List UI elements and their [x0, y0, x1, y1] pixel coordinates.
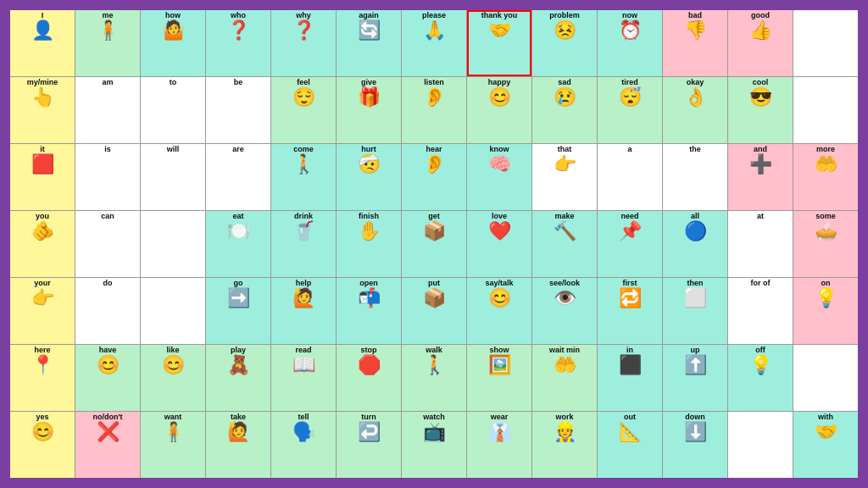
cell-that[interactable]: that👉: [532, 144, 597, 210]
cell-sad[interactable]: sad😢: [532, 77, 597, 143]
cell-to[interactable]: to: [141, 77, 205, 143]
cell-tell[interactable]: tell🗣️: [271, 412, 336, 478]
cell-out[interactable]: out📐: [598, 412, 662, 478]
cell-like[interactable]: like😊: [141, 345, 205, 411]
cell-will[interactable]: will: [141, 144, 205, 210]
cell-more[interactable]: more🤲: [793, 144, 858, 210]
cell-walk[interactable]: walk🚶: [402, 345, 466, 411]
cell-label: to: [170, 79, 177, 87]
cell-with[interactable]: with🤝: [793, 412, 858, 478]
cell-play[interactable]: play🧸: [206, 345, 270, 411]
cell-who[interactable]: who❓: [206, 10, 270, 76]
cell-go[interactable]: go➡️: [206, 278, 270, 344]
cell-icon: 👆: [31, 88, 54, 107]
cell-hurt[interactable]: hurt🤕: [337, 144, 401, 210]
cell-hear[interactable]: hear👂: [402, 144, 466, 210]
cell-have[interactable]: have😊: [75, 345, 140, 411]
cell-my-mine[interactable]: my/mine👆: [10, 77, 75, 143]
cell-in[interactable]: in⬛: [598, 345, 662, 411]
cell-are[interactable]: are: [206, 144, 270, 210]
cell-at[interactable]: at: [728, 211, 793, 277]
cell-wear[interactable]: wear👔: [467, 412, 531, 478]
cell-read[interactable]: read📖: [271, 345, 336, 411]
cell-need[interactable]: need📌: [598, 211, 662, 277]
cell-do[interactable]: do: [75, 278, 140, 344]
cell-see-look[interactable]: see/look👁️: [532, 278, 597, 344]
cell-41[interactable]: [141, 211, 205, 277]
cell-54[interactable]: [141, 278, 205, 344]
cell-label: give: [361, 79, 376, 87]
cell-label: for of: [751, 280, 771, 288]
cell-again[interactable]: again🔄: [337, 10, 401, 76]
cell-label: finish: [359, 213, 379, 221]
cell-77[interactable]: [793, 345, 858, 411]
cell-is[interactable]: is: [75, 144, 140, 210]
cell-yes[interactable]: yes😊: [10, 412, 75, 478]
cell-all[interactable]: all🔵: [663, 211, 727, 277]
cell-come[interactable]: come🚶: [271, 144, 336, 210]
cell-listen[interactable]: listen👂: [402, 77, 466, 143]
cell-thank-you[interactable]: thank you🤝: [467, 10, 531, 76]
cell-say-talk[interactable]: say/talk😊: [467, 278, 531, 344]
cell-label: here: [34, 347, 50, 355]
cell-am[interactable]: am: [75, 77, 140, 143]
cell-up[interactable]: up⬆️: [663, 345, 727, 411]
cell-on[interactable]: on💡: [793, 278, 858, 344]
cell-open[interactable]: open📬: [337, 278, 401, 344]
cell-watch[interactable]: watch📺: [402, 412, 466, 478]
cell-a[interactable]: a: [598, 144, 662, 210]
cell-eat[interactable]: eat🍽️: [206, 211, 270, 277]
cell-now[interactable]: now⏰: [598, 10, 662, 76]
cell-problem[interactable]: problem😣: [532, 10, 597, 76]
cell-no-don-t[interactable]: no/don't❌: [75, 412, 140, 478]
cell-the[interactable]: the: [663, 144, 727, 210]
cell-it[interactable]: it🟥: [10, 144, 75, 210]
cell-you[interactable]: you🫵: [10, 211, 75, 277]
cell-stop[interactable]: stop🛑: [337, 345, 401, 411]
cell-your[interactable]: your👉: [10, 278, 75, 344]
cell-feel[interactable]: feel😌: [271, 77, 336, 143]
cell-tired[interactable]: tired😴: [598, 77, 662, 143]
cell-cool[interactable]: cool😎: [728, 77, 793, 143]
cell-12[interactable]: [793, 10, 858, 76]
cell-give[interactable]: give🎁: [337, 77, 401, 143]
cell-get[interactable]: get📦: [402, 211, 466, 277]
cell-down[interactable]: down⬇️: [663, 412, 727, 478]
cell-okay[interactable]: okay👌: [663, 77, 727, 143]
cell-icon: 😣: [554, 21, 576, 40]
cell-first[interactable]: first🔁: [598, 278, 662, 344]
cell-put[interactable]: put📦: [402, 278, 466, 344]
cell-good[interactable]: good👍: [728, 10, 793, 76]
cell-and[interactable]: and➕: [728, 144, 793, 210]
cell-icon: 👁️: [554, 289, 576, 308]
cell-want[interactable]: want🧍: [141, 412, 205, 478]
cell-help[interactable]: help🙋: [271, 278, 336, 344]
cell-why[interactable]: why❓: [271, 10, 336, 76]
cell-me[interactable]: me🧍: [75, 10, 140, 76]
cell-please[interactable]: please🙏: [402, 10, 466, 76]
cell-for-of[interactable]: for of: [728, 278, 793, 344]
cell-be[interactable]: be: [206, 77, 270, 143]
cell-finish[interactable]: finish✋: [337, 211, 401, 277]
cell-happy[interactable]: happy😊: [467, 77, 531, 143]
cell-label: make: [554, 213, 574, 221]
cell-show[interactable]: show🖼️: [467, 345, 531, 411]
cell-can[interactable]: can: [75, 211, 140, 277]
cell-I[interactable]: I👤: [10, 10, 75, 76]
cell-off[interactable]: off💡: [728, 345, 793, 411]
cell-89[interactable]: [728, 412, 793, 478]
cell-love[interactable]: love❤️: [467, 211, 531, 277]
cell-how[interactable]: how🤷: [141, 10, 205, 76]
cell-bad[interactable]: bad👎: [663, 10, 727, 76]
cell-wait-min[interactable]: wait min🤲: [532, 345, 597, 411]
cell-take[interactable]: take🙋: [206, 412, 270, 478]
cell-25[interactable]: [793, 77, 858, 143]
cell-some[interactable]: some🥧: [793, 211, 858, 277]
cell-then[interactable]: then⬜: [663, 278, 727, 344]
cell-turn[interactable]: turn↩️: [337, 412, 401, 478]
cell-drink[interactable]: drink🥤: [271, 211, 336, 277]
cell-work[interactable]: work👷: [532, 412, 597, 478]
cell-make[interactable]: make🔨: [532, 211, 597, 277]
cell-here[interactable]: here📍: [10, 345, 75, 411]
cell-know[interactable]: know🧠: [467, 144, 531, 210]
